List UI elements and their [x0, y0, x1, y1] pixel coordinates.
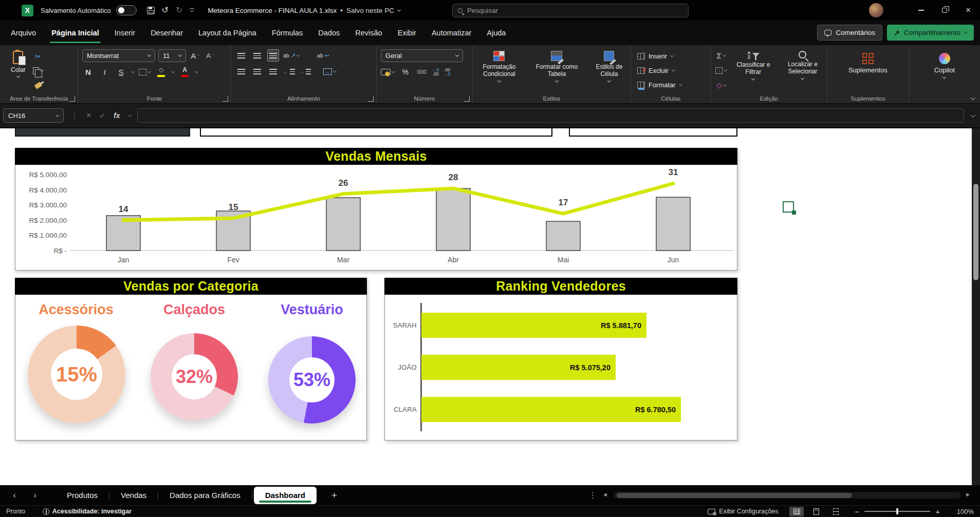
- clipboard-dialog-launcher[interactable]: [69, 96, 75, 102]
- zoom-level[interactable]: 100%: [947, 508, 974, 515]
- minimize-button[interactable]: [909, 0, 933, 21]
- conditional-formatting-button[interactable]: Formatação Condicional: [472, 49, 526, 84]
- decrease-decimal-icon[interactable]: .00→0: [443, 68, 450, 76]
- chart-vendas-categoria[interactable]: Vendas por Categoria Acessórios15%Calçad…: [15, 278, 367, 441]
- sheet-tab-produtos[interactable]: Produtos: [56, 485, 109, 505]
- sheet-tab-vendas[interactable]: Vendas: [109, 485, 158, 505]
- view-page-break-button[interactable]: [828, 507, 843, 516]
- zoom-slider-thumb[interactable]: [896, 508, 898, 514]
- ribbon-tab-layout-da-pagina[interactable]: Layout da Página: [191, 21, 264, 45]
- chart-vendas-mensais[interactable]: Vendas Mensais R$ 5.000,00R$ 4.000,00R$ …: [15, 148, 737, 271]
- zoom-in-button[interactable]: +: [935, 507, 940, 516]
- clear-button[interactable]: ◇: [715, 79, 727, 91]
- sort-filter-button[interactable]: AZ Classificar e Filtrar: [731, 49, 775, 82]
- ribbon-tab-pagina-inicial[interactable]: Página Inicial: [44, 21, 107, 45]
- horizontal-scrollbar[interactable]: [614, 492, 961, 499]
- align-right-icon[interactable]: [267, 65, 279, 78]
- horizontal-scrollbar-thumb[interactable]: [617, 493, 852, 498]
- borders-button[interactable]: [139, 66, 151, 78]
- cancel-entry-icon[interactable]: ×: [86, 111, 91, 120]
- italic-button[interactable]: I: [99, 66, 110, 78]
- tab-options-icon[interactable]: ⋮: [589, 491, 597, 500]
- addins-button[interactable]: Suplementos: [845, 51, 891, 76]
- ribbon-tab-dados[interactable]: Dados: [310, 21, 347, 45]
- view-normal-button[interactable]: [789, 507, 804, 516]
- worksheet[interactable]: Vendas Mensais R$ 5.000,00R$ 4.000,00R$ …: [0, 128, 972, 485]
- autosum-button[interactable]: Σ: [715, 49, 727, 62]
- kpi-card-partial-2[interactable]: [200, 128, 552, 137]
- delete-cells-button[interactable]: Excluir: [635, 64, 677, 77]
- number-format-select[interactable]: Geral: [381, 49, 463, 62]
- user-avatar[interactable]: [869, 3, 883, 17]
- insert-function-icon[interactable]: fx: [114, 111, 120, 120]
- bold-button[interactable]: N: [82, 66, 94, 78]
- excel-app-icon[interactable]: X: [22, 5, 33, 16]
- chart-ranking-vendedores[interactable]: Ranking Vendedores SARAHR$ 5.881,70JOÃOR…: [384, 278, 737, 441]
- ribbon-tab-arquivo[interactable]: Arquivo: [3, 21, 44, 45]
- ribbon-tab-inserir[interactable]: Inserir: [107, 21, 143, 45]
- font-size-select[interactable]: 11: [158, 49, 186, 62]
- number-dialog-launcher[interactable]: [464, 96, 470, 102]
- format-painter-button[interactable]: [32, 79, 44, 91]
- decrease-indent-icon[interactable]: ←: [283, 65, 295, 78]
- ribbon-tab-ajuda[interactable]: Ajuda: [479, 21, 513, 45]
- hscroll-left-icon[interactable]: ◄: [602, 491, 608, 497]
- decrease-font-icon[interactable]: Aˇ: [204, 50, 216, 62]
- merge-center-button[interactable]: ↔: [323, 65, 336, 78]
- close-button[interactable]: ×: [956, 0, 980, 21]
- save-icon[interactable]: [147, 7, 155, 14]
- search-input[interactable]: [467, 7, 683, 14]
- align-middle-icon[interactable]: [251, 49, 263, 62]
- vertical-scrollbar-thumb[interactable]: [973, 184, 978, 280]
- name-box[interactable]: CH16: [3, 108, 64, 123]
- fill-button[interactable]: ↓: [715, 64, 727, 76]
- cut-icon[interactable]: ✂: [32, 50, 44, 63]
- zoom-out-button[interactable]: −: [855, 507, 859, 516]
- increase-decimal-icon[interactable]: ←0.00: [432, 68, 439, 76]
- font-name-select[interactable]: Montserrat: [82, 49, 155, 62]
- document-title-area[interactable]: Meteora Ecommerce - FINAL AULA 1.xlsx • …: [208, 7, 400, 14]
- add-sheet-button[interactable]: +: [331, 490, 337, 501]
- expand-formula-bar-icon[interactable]: [971, 112, 976, 118]
- redo-icon[interactable]: ↻: [176, 6, 182, 14]
- vertical-scrollbar[interactable]: [972, 128, 980, 485]
- align-left-icon[interactable]: [235, 65, 247, 78]
- alignment-dialog-launcher[interactable]: [368, 96, 374, 102]
- comma-style-button[interactable]: 000: [416, 66, 428, 78]
- underline-button[interactable]: S: [115, 66, 127, 78]
- increase-font-icon[interactable]: A^: [189, 50, 201, 62]
- increase-indent-icon[interactable]: →: [299, 65, 311, 78]
- selected-cell-indicator[interactable]: [783, 201, 794, 213]
- copilot-button[interactable]: Copilot: [931, 51, 958, 81]
- ribbon-tab-exibir[interactable]: Exibir: [390, 21, 424, 45]
- insert-cells-button[interactable]: Inserir: [635, 49, 675, 63]
- autosave-toggle[interactable]: [116, 5, 137, 15]
- ribbon-tab-revisao[interactable]: Revisão: [347, 21, 390, 45]
- wrap-text-button[interactable]: ab↩: [317, 49, 329, 62]
- paste-button[interactable]: Colar: [7, 49, 29, 80]
- accessibility-status[interactable]: Acessibilidade: investigar: [52, 508, 132, 515]
- align-center-icon[interactable]: [251, 65, 263, 78]
- percent-style-button[interactable]: %: [399, 66, 411, 78]
- customize-qat-icon[interactable]: [190, 8, 194, 13]
- align-top-icon[interactable]: [235, 49, 247, 62]
- view-page-layout-button[interactable]: [809, 507, 823, 516]
- cell-styles-button[interactable]: Estilos de Célula: [587, 49, 631, 84]
- share-button[interactable]: ↗ Compartilhamento: [887, 25, 974, 41]
- font-color-button[interactable]: A: [179, 66, 191, 78]
- sheet-tab-dados-para-graficos[interactable]: Dados para Gráficos: [158, 485, 252, 505]
- display-settings-label[interactable]: Exibir Configurações: [719, 508, 778, 515]
- ribbon-tab-formulas[interactable]: Fórmulas: [264, 21, 310, 45]
- sheet-tab-dashboard[interactable]: Dashboard: [254, 487, 317, 504]
- undo-icon[interactable]: ↺: [162, 6, 169, 14]
- ribbon-tab-automatizar[interactable]: Automatizar: [424, 21, 479, 45]
- format-as-table-button[interactable]: Formatar como Tabela: [531, 49, 582, 84]
- font-dialog-launcher[interactable]: [223, 96, 228, 102]
- zoom-slider[interactable]: [864, 511, 930, 512]
- restore-button[interactable]: [933, 0, 956, 21]
- kpi-card-partial-3[interactable]: [569, 128, 737, 137]
- comments-button[interactable]: Comentários: [817, 25, 882, 41]
- ribbon-tab-desenhar[interactable]: Desenhar: [143, 21, 191, 45]
- kpi-card-partial-1[interactable]: [15, 128, 190, 137]
- align-bottom-icon[interactable]: [267, 49, 279, 62]
